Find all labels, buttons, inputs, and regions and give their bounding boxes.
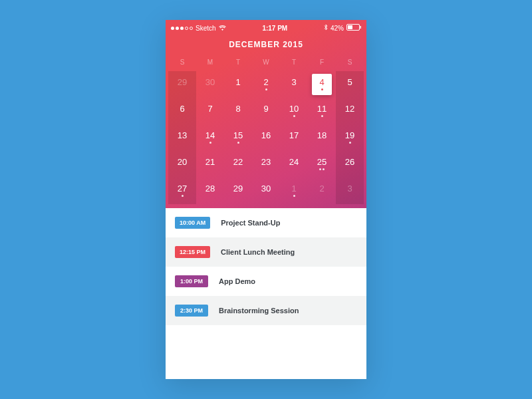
weekday-label: S <box>336 59 364 66</box>
svg-rect-2 <box>348 25 352 29</box>
calendar-day[interactable]: 25 <box>308 151 336 178</box>
calendar-day[interactable]: 26 <box>336 151 364 178</box>
day-number: 13 <box>178 131 187 140</box>
calendar-day[interactable]: 4 <box>308 71 336 98</box>
calendar-day[interactable]: 13 <box>168 124 196 151</box>
day-number: 6 <box>180 104 184 113</box>
day-number: 25 <box>317 158 327 166</box>
calendar-day[interactable]: 24 <box>280 151 308 178</box>
month-title[interactable]: DECEMBER 2015 <box>166 33 366 59</box>
day-number: 9 <box>263 104 268 113</box>
calendar-grid: 2930123456789101112131415161718192021222… <box>166 71 366 204</box>
calendar-day[interactable]: 20 <box>168 151 196 178</box>
calendar-day[interactable]: 23 <box>252 151 280 178</box>
event-indicator <box>293 195 295 198</box>
day-number: 11 <box>317 104 327 113</box>
bluetooth-icon <box>324 24 328 32</box>
calendar-day[interactable]: 30 <box>196 71 224 98</box>
calendar-day[interactable]: 8 <box>224 98 252 124</box>
event-row[interactable]: 2:30 PMBrainstorming Session <box>166 296 366 325</box>
calendar-day[interactable]: 17 <box>280 124 308 151</box>
day-number: 18 <box>317 131 327 140</box>
battery-icon <box>346 24 361 32</box>
day-number: 29 <box>233 184 243 193</box>
event-time-badge: 2:30 PM <box>175 305 208 317</box>
calendar-day[interactable]: 3 <box>336 178 364 204</box>
weekday-label: S <box>168 59 196 66</box>
day-number: 27 <box>178 184 187 193</box>
day-number: 1 <box>235 78 240 86</box>
calendar-day[interactable]: 28 <box>196 178 224 204</box>
event-time-badge: 12:15 PM <box>175 246 210 258</box>
battery-percent: 42% <box>331 25 344 32</box>
calendar-day[interactable]: 29 <box>224 178 252 204</box>
calendar-day[interactable]: 12 <box>336 98 364 124</box>
calendar-day[interactable]: 1 <box>280 178 308 204</box>
calendar-header-panel: Sketch 1:17 PM 42% DECEMBER 2015 SMTWTFS… <box>166 20 366 208</box>
day-number: 30 <box>205 78 215 86</box>
weekday-label: T <box>224 59 252 66</box>
day-number: 1 <box>291 184 296 193</box>
event-indicator <box>182 195 184 198</box>
event-row[interactable]: 12:15 PMClient Lunch Meeting <box>166 237 366 267</box>
day-number: 28 <box>205 184 215 193</box>
day-number: 10 <box>289 104 299 113</box>
calendar-day[interactable]: 9 <box>252 98 280 124</box>
calendar-day[interactable]: 5 <box>336 71 364 98</box>
calendar-day[interactable]: 7 <box>196 98 224 124</box>
day-number: 24 <box>289 158 299 166</box>
calendar-day[interactable]: 11 <box>308 98 336 124</box>
calendar-day[interactable]: 21 <box>196 151 224 178</box>
status-left: Sketch <box>171 25 226 32</box>
calendar-day[interactable]: 10 <box>280 98 308 124</box>
day-number: 16 <box>261 131 271 140</box>
event-indicator <box>209 142 211 144</box>
day-number: 26 <box>345 158 354 166</box>
calendar-day[interactable]: 30 <box>252 178 280 204</box>
day-number: 15 <box>233 131 243 140</box>
event-title: App Demo <box>219 277 255 285</box>
weekday-label: F <box>308 59 336 66</box>
day-number: 21 <box>205 158 215 166</box>
event-indicator <box>321 115 323 118</box>
day-number: 7 <box>207 104 212 113</box>
day-number: 5 <box>347 78 352 86</box>
calendar-day[interactable]: 3 <box>280 71 308 98</box>
day-number: 20 <box>178 158 187 166</box>
signal-dots-icon <box>171 27 193 30</box>
event-indicator <box>349 142 351 144</box>
event-row[interactable]: 10:00 AMProject Stand-Up <box>166 208 366 237</box>
day-number: 19 <box>345 131 354 140</box>
day-number: 3 <box>291 78 296 86</box>
phone-frame: Sketch 1:17 PM 42% DECEMBER 2015 SMTWTFS… <box>166 20 366 379</box>
calendar-day[interactable]: 29 <box>168 71 196 98</box>
event-title: Brainstorming Session <box>219 307 299 315</box>
event-title: Project Stand-Up <box>221 219 280 227</box>
status-bar: Sketch 1:17 PM 42% <box>166 20 366 33</box>
calendar-day[interactable]: 2 <box>252 71 280 98</box>
calendar-day[interactable]: 2 <box>308 178 336 204</box>
calendar-day[interactable]: 15 <box>224 124 252 151</box>
weekday-row: SMTWTFS <box>166 59 366 71</box>
weekday-label: W <box>252 59 280 66</box>
day-number: 30 <box>261 184 271 193</box>
calendar-day[interactable]: 27 <box>168 178 196 204</box>
calendar-day[interactable]: 18 <box>308 124 336 151</box>
event-row[interactable]: 1:00 PMApp Demo <box>166 267 366 296</box>
day-number: 23 <box>261 158 271 166</box>
day-number: 17 <box>289 131 299 140</box>
day-number: 4 <box>319 78 324 86</box>
event-indicator <box>237 142 239 144</box>
calendar-day[interactable]: 22 <box>224 151 252 178</box>
svg-rect-1 <box>360 26 361 29</box>
event-indicator <box>321 88 323 91</box>
day-number: 22 <box>233 158 243 166</box>
calendar-day[interactable]: 19 <box>336 124 364 151</box>
calendar-day[interactable]: 16 <box>252 124 280 151</box>
event-indicator <box>319 168 325 171</box>
event-list: 10:00 AMProject Stand-Up12:15 PMClient L… <box>166 208 366 379</box>
calendar-day[interactable]: 14 <box>196 124 224 151</box>
calendar-day[interactable]: 6 <box>168 98 196 124</box>
calendar-day[interactable]: 1 <box>224 71 252 98</box>
event-title: Client Lunch Meeting <box>221 248 295 256</box>
